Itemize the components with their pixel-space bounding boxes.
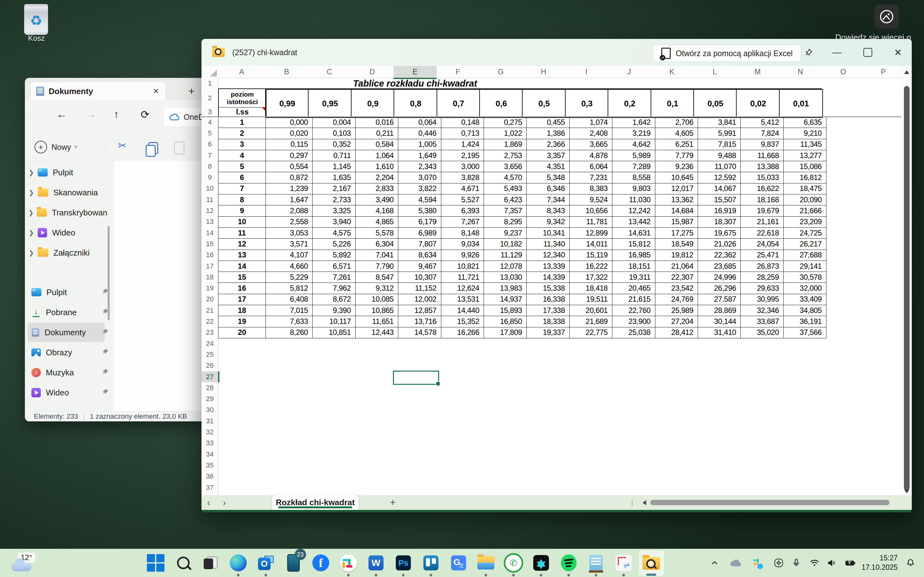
value-cell-I23[interactable]: 22,775 [565,327,612,338]
taskbar-icon-notepad[interactable] [585,552,607,574]
value-cell-N14[interactable]: 24,725 [779,227,826,239]
value-cell-G15[interactable]: 10,182 [479,239,527,250]
sidebar-item-Muzyka[interactable]: ♪Muzyka [25,363,114,382]
taskbar-icon-facebook[interactable]: f [310,552,332,574]
value-cell-J9[interactable]: 8,558 [607,172,655,184]
value-cell-N4[interactable]: 6,635 [779,117,826,128]
value-cell-C14[interactable]: 4,575 [308,227,355,239]
value-cell-C16[interactable]: 5,892 [308,250,355,261]
level-header-0,6[interactable]: 0,6 [479,89,523,118]
column-header-F[interactable]: F [436,66,480,78]
value-cell-M11[interactable]: 18,168 [736,194,783,205]
value-cell-G8[interactable]: 3,656 [479,161,527,172]
value-cell-L19[interactable]: 26,296 [693,283,741,294]
value-cell-L12[interactable]: 16,919 [693,205,741,216]
value-cell-N8[interactable]: 15,086 [779,161,826,172]
df-cell-2[interactable]: 2 [218,127,266,139]
paste-button[interactable] [174,142,184,155]
value-cell-E5[interactable]: 0,446 [394,127,441,139]
value-cell-J11[interactable]: 11,030 [607,194,655,205]
row-header-33[interactable]: 33 [202,438,218,449]
value-cell-D14[interactable]: 5,578 [351,227,398,239]
df-cell-1[interactable]: 1 [218,117,266,128]
df-cell-4[interactable]: 4 [218,150,266,161]
sidebar-item-Transkrybowan[interactable]: ❯Transkrybowan [25,203,107,222]
taskbar-icon-translate[interactable]: G文 [447,552,470,574]
level-header-0,5[interactable]: 0,5 [522,89,565,118]
value-cell-B4[interactable]: 0,000 [265,117,313,128]
value-cell-D8[interactable]: 1,610 [351,161,398,172]
column-header-O[interactable]: O [822,66,865,78]
value-cell-I9[interactable]: 7,231 [565,172,612,184]
sidebar-item-Załączniki[interactable]: ❯Załączniki [25,243,107,262]
value-cell-G21[interactable]: 15,893 [479,305,527,316]
selected-cell-E27[interactable] [393,371,439,385]
hscroll-left-icon[interactable] [643,500,646,505]
value-cell-L8[interactable]: 11,070 [693,161,741,172]
tray-clock[interactable]: 15:27 17.10.2025 [861,553,898,572]
value-cell-M5[interactable]: 7,824 [736,127,783,139]
value-cell-I15[interactable]: 14,011 [565,239,612,250]
value-cell-F7[interactable]: 2,195 [436,150,484,161]
tray-chevron-up-icon[interactable] [708,556,722,570]
value-cell-G23[interactable]: 17,809 [479,327,527,338]
value-cell-E21[interactable]: 12,857 [394,305,441,316]
df-cell-6[interactable]: 6 [218,172,266,184]
value-cell-G10[interactable]: 5,493 [479,183,527,194]
value-cell-F18[interactable]: 11,721 [436,272,484,283]
value-cell-J21[interactable]: 22,760 [607,305,655,316]
value-cell-H16[interactable]: 12,340 [522,250,569,261]
back-button[interactable]: ← [57,108,67,121]
chevron-right-icon[interactable]: ❯ [25,189,38,196]
value-cell-K11[interactable]: 13,362 [651,194,698,205]
value-cell-C12[interactable]: 3,325 [308,205,355,216]
value-cell-B16[interactable]: 4,107 [265,250,313,261]
value-cell-L11[interactable]: 15,507 [693,194,741,205]
value-cell-I10[interactable]: 8,383 [565,183,612,194]
value-cell-H21[interactable]: 17,338 [522,305,569,316]
value-cell-H13[interactable]: 9,342 [522,216,569,228]
taskbar-icon-media-app[interactable] [530,552,552,574]
taskbar-icon-phone-link[interactable]: 23 [282,552,305,574]
df-cell-5[interactable]: 5 [218,161,266,172]
value-cell-B13[interactable]: 2,558 [265,216,313,228]
value-cell-C23[interactable]: 10,851 [308,327,355,338]
value-cell-C21[interactable]: 9,390 [308,305,355,316]
value-cell-J17[interactable]: 18,151 [607,261,655,272]
value-cell-G20[interactable]: 14,937 [479,294,527,305]
value-cell-C10[interactable]: 2,167 [308,183,355,194]
value-cell-L20[interactable]: 27,587 [693,294,741,305]
column-header-N[interactable]: N [779,66,822,78]
value-cell-I5[interactable]: 2,408 [565,127,612,139]
row-header-16[interactable]: 16 [202,250,218,261]
value-cell-H8[interactable]: 4,351 [522,161,569,172]
value-cell-H9[interactable]: 5,348 [522,172,569,184]
chevron-right-icon[interactable]: ❯ [25,209,37,216]
value-cell-D12[interactable]: 4,168 [351,205,398,216]
value-cell-C13[interactable]: 3,940 [308,216,355,228]
value-cell-L15[interactable]: 21,026 [693,239,741,250]
row-header-28[interactable]: 28 [202,382,218,393]
value-cell-J8[interactable]: 7,289 [607,161,655,172]
value-cell-F17[interactable]: 10,821 [436,261,484,272]
value-cell-J22[interactable]: 23,900 [607,316,655,327]
value-cell-B18[interactable]: 5,229 [265,272,313,283]
value-cell-L5[interactable]: 5,991 [693,127,741,139]
value-cell-J13[interactable]: 13,442 [607,216,655,228]
level-header-0,01[interactable]: 0,01 [779,89,823,118]
row-header-21[interactable]: 21 [202,305,218,316]
value-cell-L18[interactable]: 24,996 [693,272,741,283]
value-cell-I11[interactable]: 9,524 [565,194,612,205]
value-cell-I13[interactable]: 11,781 [565,216,612,228]
value-cell-H11[interactable]: 7,344 [522,194,569,205]
value-cell-M19[interactable]: 29,633 [736,283,783,294]
row-header-5[interactable]: 5 [202,127,218,139]
chevron-right-icon[interactable]: ❯ [25,169,38,176]
value-cell-L4[interactable]: 3,841 [693,117,741,128]
value-cell-F12[interactable]: 6,393 [436,205,484,216]
row-header-35[interactable]: 35 [202,460,218,471]
value-cell-K15[interactable]: 18,549 [651,239,698,250]
column-header-A[interactable]: A [218,66,265,78]
column-header-I[interactable]: I [565,66,608,78]
value-cell-J12[interactable]: 12,242 [607,205,655,216]
